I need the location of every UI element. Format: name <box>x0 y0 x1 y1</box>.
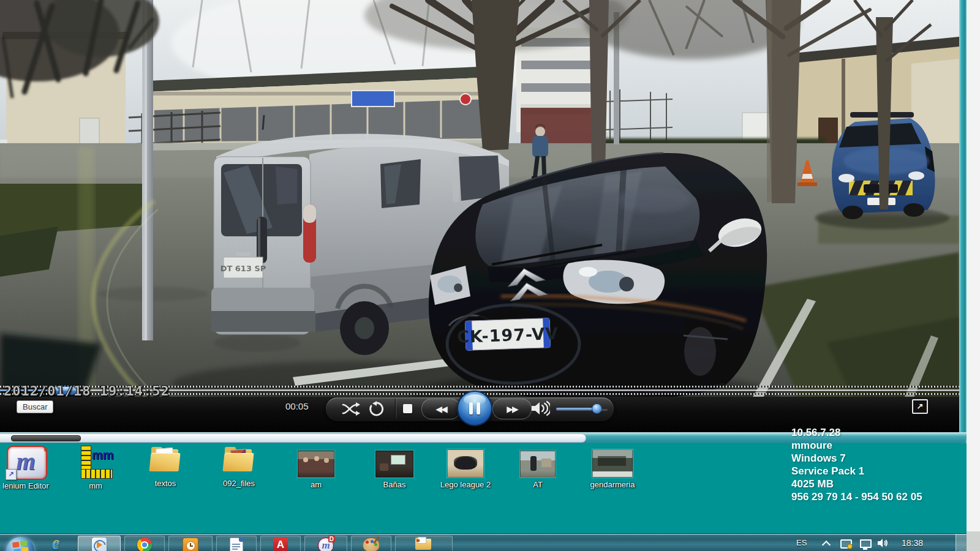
tray-network-icon[interactable] <box>860 539 872 548</box>
shortcut-arrow-badge: ↗ <box>6 469 17 480</box>
blue-sign <box>352 91 394 107</box>
desktop-icon-label: textos <box>136 479 195 488</box>
desktop-icon-banas[interactable]: Bañas <box>365 446 424 489</box>
show-desktop-button[interactable] <box>956 534 967 551</box>
seek-tooltip: Buscar <box>17 400 53 413</box>
front-license-plate: CK-197-VV <box>456 318 559 351</box>
desktop-icon-gendarmeria[interactable]: gendarmeria <box>583 446 642 489</box>
start-button[interactable] <box>6 537 34 551</box>
pause-bar-left <box>469 402 473 414</box>
desktop-icon-at[interactable]: AT <box>508 446 567 489</box>
desktop-icon-label: am <box>287 480 345 489</box>
horizontal-scrollbar[interactable] <box>0 433 586 443</box>
photo-thumbnail <box>520 451 556 478</box>
van-plate-text: DT 613 SP <box>221 264 266 273</box>
millenium-c-mark: c <box>44 444 48 454</box>
shuffle-icon[interactable] <box>342 402 360 416</box>
right-screen-strip <box>967 0 980 551</box>
tray-hidden-icons-chevron[interactable] <box>822 541 831 549</box>
desktop-icon-label: lenium Editor <box>0 481 55 490</box>
desktop-icon-millenium-editor[interactable]: m c ↗ lenium Editor <box>0 446 55 490</box>
millenium-d-badge: D <box>328 536 335 542</box>
no-entry-sign <box>460 94 471 105</box>
desktop-icon-label: Lego league 2 <box>436 480 495 489</box>
taskbar-item-internet-explorer[interactable]: e <box>38 535 74 551</box>
desktop-icon-label: Bañas <box>365 480 424 489</box>
folder-icon <box>150 446 181 476</box>
video-thumbnail <box>592 449 633 478</box>
system-info-ip: 10.56.7.28 <box>791 426 922 439</box>
volume-slider-knob[interactable] <box>592 403 602 414</box>
system-info-ram: 4025 MB <box>791 478 922 490</box>
photo-thumbnail <box>447 449 484 478</box>
desktop-icon-am[interactable]: am <box>287 446 345 489</box>
tray-volume-icon[interactable] <box>877 538 888 548</box>
tray-action-center-icon[interactable] <box>840 539 852 549</box>
desktop-icon-label: mm <box>66 481 125 490</box>
repeat-icon[interactable] <box>369 401 385 417</box>
photo-thumbnail <box>375 451 413 478</box>
controls-separator <box>396 399 396 418</box>
stop-button[interactable] <box>403 404 412 413</box>
scrollbar-thumb[interactable] <box>11 435 81 441</box>
desktop-icon-mm[interactable]: mm mm <box>66 446 125 490</box>
explorer-folder-icon <box>415 538 432 551</box>
dashcam-video-frame: DT 613 SP <box>0 0 959 433</box>
light-pole <box>142 0 153 340</box>
paint-palette-icon <box>363 538 380 551</box>
taskbar-item-libreoffice[interactable] <box>216 536 257 551</box>
taskbar: e <box>0 533 967 551</box>
taskbar-item-paint[interactable] <box>351 536 391 551</box>
system-info-block: 10.56.7.28 mmoure Windows 7 Service Pack… <box>791 426 922 503</box>
adobe-reader-icon: A <box>273 538 288 551</box>
car-plate-text: CK-197-VV <box>457 324 559 347</box>
adobe-letter: A <box>277 539 284 550</box>
folder-icon <box>224 446 254 476</box>
taskbar-item-millenium[interactable]: m D <box>304 536 347 551</box>
desktop-icon-092-files[interactable]: 092_files <box>209 446 268 488</box>
taskbar-item-adobe-reader[interactable]: A <box>260 536 301 551</box>
pause-bar-right <box>477 402 480 414</box>
fast-forward-button[interactable]: ▶▶ <box>492 399 532 419</box>
pause-button[interactable] <box>457 391 492 426</box>
system-info-phones: 956 29 79 14 - 954 50 62 05 <box>791 490 922 503</box>
mm-ruler-icon: mm <box>78 446 113 479</box>
elapsed-time: 00:05 <box>285 401 309 411</box>
millenium-app-icon: m D <box>318 538 334 551</box>
chrome-icon <box>137 538 152 551</box>
system-info-sp: Service Pack 1 <box>791 465 922 478</box>
millenium-editor-icon: m c ↗ <box>2 446 50 479</box>
desktop-icon-label: 092_files <box>209 479 268 488</box>
tray-clock[interactable]: 18:38 <box>902 538 923 548</box>
desktop-icon-label: AT <box>508 480 567 489</box>
taskbar-item-explorer[interactable] <box>395 536 453 551</box>
video-playback-area[interactable]: DT 613 SP <box>0 0 959 433</box>
mute-speaker-icon[interactable] <box>530 400 550 416</box>
desktop: m c ↗ lenium Editor mm mm textos <box>0 443 967 533</box>
right-screen-strip-bottom <box>967 531 980 551</box>
mm-logo-text: mm <box>92 448 114 462</box>
taskbar-item-chrome[interactable] <box>124 536 165 551</box>
pause-button-gloss <box>464 394 486 405</box>
taskbar-item-windows-media-player[interactable] <box>78 536 121 551</box>
window-right-border <box>959 0 967 443</box>
photo-thumbnail <box>298 451 334 478</box>
windows-media-player-icon <box>92 538 107 551</box>
system-info-os: Windows 7 <box>791 452 922 465</box>
desktop-icon-label: gendarmeria <box>583 480 642 489</box>
desktop-icon-textos[interactable]: textos <box>136 446 195 488</box>
tray-language-indicator[interactable]: ES <box>796 538 807 547</box>
system-info-user: mmoure <box>791 439 922 452</box>
internet-explorer-icon: e <box>52 535 59 551</box>
taskbar-item-calendar[interactable] <box>168 536 213 551</box>
desktop-icon-lego-league[interactable]: Lego league 2 <box>436 446 495 489</box>
calendar-clock-icon <box>183 538 198 551</box>
rewind-button[interactable]: ◀◀ <box>421 399 461 419</box>
libreoffice-icon <box>230 538 243 551</box>
screen: DT 613 SP <box>0 0 980 551</box>
fullscreen-button[interactable]: ↗ <box>912 399 928 414</box>
